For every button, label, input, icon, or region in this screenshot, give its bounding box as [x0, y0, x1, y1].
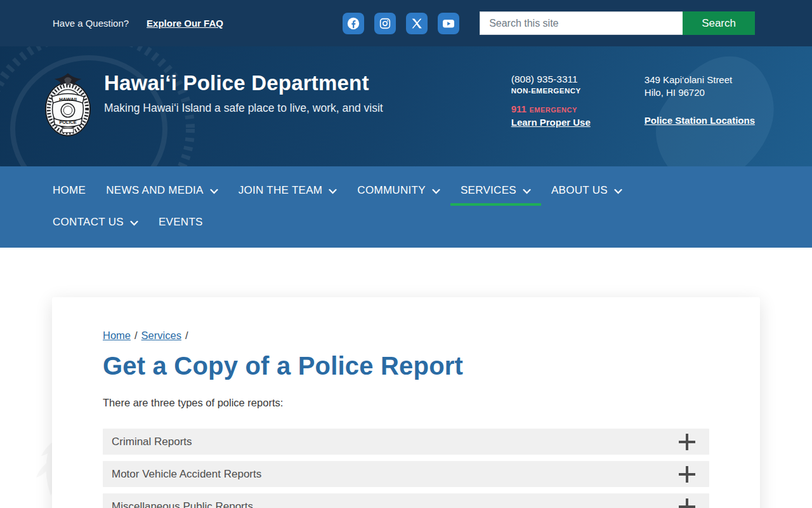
breadcrumb-separator: / [185, 330, 188, 341]
nav-label: COMMUNITY [357, 184, 426, 197]
top-utility-bar: Have a Question? Explore Our FAQ Search [0, 0, 812, 46]
accordion-label: Miscellaneous Public Reports [112, 500, 253, 508]
accordion-miscellaneous-public-reports[interactable]: Miscellaneous Public Reports [103, 493, 709, 508]
instagram-icon[interactable] [374, 13, 396, 34]
plus-icon[interactable] [679, 498, 695, 508]
nav-item-events[interactable]: EVENTS [148, 211, 213, 239]
chevron-down-icon [329, 189, 337, 194]
nav-label: NEWS AND MEDIA [106, 184, 203, 197]
breadcrumb: Home/Services/ [103, 330, 709, 342]
search-button[interactable]: Search [683, 11, 755, 35]
phone-number[interactable]: (808) 935-3311 [511, 74, 591, 85]
nav-item-about-us[interactable]: ABOUT US [541, 173, 632, 211]
svg-text:HAWAII: HAWAII [59, 97, 77, 102]
address-line2: Hilo, HI 96720 [645, 86, 755, 99]
phone-block: (808) 935-3311 NON-EMERGENCY 911 EMERGEN… [511, 74, 591, 128]
main-content-area: Home/Services/ Get a Copy of a Police Re… [0, 248, 812, 508]
site-title: Hawai‘i Police Department [104, 70, 383, 96]
nav-label: EVENTS [159, 216, 203, 229]
content-card: Home/Services/ Get a Copy of a Police Re… [52, 297, 760, 508]
site-tagline: Making Hawai‘i Island a safe place to li… [104, 102, 383, 115]
explore-faq-link[interactable]: Explore Our FAQ [147, 18, 223, 29]
main-nav: HOME NEWS AND MEDIA JOIN THE TEAM COMMUN… [0, 166, 812, 248]
nav-item-news-and-media[interactable]: NEWS AND MEDIA [96, 173, 228, 211]
nav-label: SERVICES [461, 184, 516, 197]
page-title: Get a Copy of a Police Report [103, 352, 709, 380]
emergency-number: 911 [511, 104, 527, 114]
chevron-down-icon [523, 189, 531, 194]
topbar-right-group: Search [343, 11, 755, 35]
facebook-icon[interactable] [343, 13, 364, 34]
breadcrumb-home-link[interactable]: Home [103, 330, 131, 341]
site-header: HAWAII POLICE Hawai‘i Police Department … [0, 46, 812, 166]
nav-item-community[interactable]: COMMUNITY [347, 173, 450, 211]
chevron-down-icon [432, 189, 440, 194]
plus-icon[interactable] [679, 434, 695, 450]
hpd-badge-logo: HAWAII POLICE [43, 72, 93, 138]
svg-text:POLICE: POLICE [59, 119, 76, 125]
nav-item-home[interactable]: HOME [43, 173, 96, 211]
breadcrumb-separator: / [134, 330, 138, 341]
x-twitter-icon[interactable] [406, 13, 428, 34]
breadcrumb-services-link[interactable]: Services [141, 330, 181, 341]
chevron-down-icon [614, 189, 622, 194]
nav-label: ABOUT US [551, 184, 608, 197]
chevron-down-icon [130, 220, 138, 226]
address-block: 349 Kapi‘olani Street Hilo, HI 96720 Pol… [645, 74, 755, 128]
plus-icon[interactable] [679, 466, 695, 483]
search-input[interactable] [480, 11, 683, 35]
intro-text: There are three types of police reports: [103, 397, 709, 409]
police-station-locations-link[interactable]: Police Station Locations [645, 115, 755, 126]
nav-label: JOIN THE TEAM [239, 184, 323, 197]
site-search: Search [480, 11, 755, 35]
accordion-label: Criminal Reports [112, 436, 192, 448]
nav-item-join-the-team[interactable]: JOIN THE TEAM [228, 173, 348, 211]
non-emergency-label: NON-EMERGENCY [511, 87, 591, 95]
accordion-label: Motor Vehicle Accident Reports [112, 468, 261, 481]
nav-item-contact-us[interactable]: CONTACT US [43, 211, 148, 239]
youtube-icon[interactable] [438, 13, 459, 34]
have-a-question-label: Have a Question? [53, 18, 129, 29]
emergency-label: EMERGENCY [529, 106, 577, 114]
accordion-criminal-reports[interactable]: Criminal Reports [103, 429, 709, 455]
accordion-motor-vehicle-accident-reports[interactable]: Motor Vehicle Accident Reports [103, 461, 709, 487]
address-line1: 349 Kapi‘olani Street [645, 74, 755, 86]
chevron-down-icon [210, 189, 218, 194]
nav-item-services[interactable]: SERVICES [450, 173, 541, 211]
accordion-list: Criminal Reports Motor Vehicle Accident … [103, 429, 709, 508]
nav-label: HOME [53, 184, 86, 197]
learn-proper-use-link[interactable]: Learn Proper Use [511, 117, 591, 128]
nav-label: CONTACT US [53, 216, 124, 229]
